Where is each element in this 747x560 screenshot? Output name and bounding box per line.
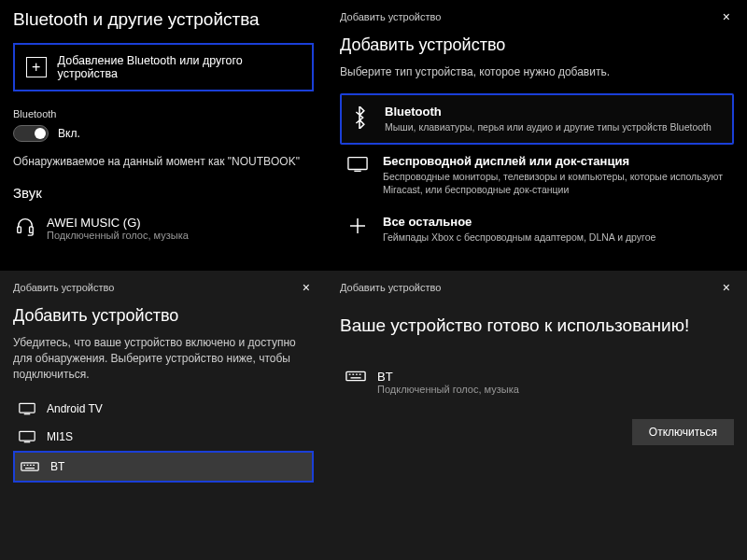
svg-rect-2 — [348, 158, 367, 170]
dialog-heading: Добавить устройство — [340, 35, 734, 55]
option-desc: Беспроводные мониторы, телевизоры и комп… — [383, 170, 728, 196]
svg-rect-8 — [20, 432, 35, 441]
svg-rect-0 — [18, 227, 21, 232]
device-ready-dialog: Добавить устройство × Ваше устройство го… — [327, 271, 747, 560]
device-list-item[interactable]: MI1S — [13, 423, 314, 451]
svg-rect-1 — [30, 227, 34, 232]
add-device-label: Добавление Bluetooth или другого устройс… — [58, 54, 301, 80]
option-desc: Мыши, клавиатуры, перья или аудио и друг… — [385, 120, 712, 133]
display-icon — [19, 402, 35, 415]
dialog-title-bar: Добавить устройство — [340, 282, 441, 293]
device-name: Android TV — [47, 402, 103, 415]
option-name: Беспроводной дисплей или док-станция — [383, 154, 728, 168]
audio-device-row[interactable]: AWEI MUSIC (G) Подключенный голос, музык… — [13, 210, 314, 246]
audio-device-name: AWEI MUSIC (G) — [47, 216, 189, 230]
svg-rect-16 — [346, 371, 365, 380]
bluetooth-icon — [347, 106, 372, 129]
close-icon[interactable]: × — [719, 280, 734, 295]
dialog-title-bar: Добавить устройство — [13, 282, 114, 293]
option-name: Все остальное — [383, 215, 655, 229]
display-icon — [19, 430, 35, 443]
device-list-item-selected[interactable]: BT — [13, 451, 314, 483]
dialog-heading: Добавить устройство — [13, 306, 314, 326]
dialog-subtitle: Выберите тип устройства, которое нужно д… — [340, 64, 734, 80]
bluetooth-label: Bluetooth — [13, 108, 314, 119]
audio-section-header: Звук — [13, 185, 314, 201]
audio-device-desc: Подключенный голос, музыка — [47, 230, 189, 241]
ready-heading: Ваше устройство готово к использованию! — [340, 315, 734, 336]
svg-rect-6 — [20, 404, 35, 413]
option-wireless-display[interactable]: Беспроводной дисплей или док-станция Бес… — [340, 145, 734, 205]
dialog-subtitle: Убедитесь, что ваше устройство включено … — [13, 335, 314, 382]
disconnect-button[interactable]: Отключиться — [632, 419, 734, 445]
discoverable-text: Обнаруживаемое на данный момент как "NOU… — [13, 155, 314, 168]
page-title: Bluetooth и другие устройства — [13, 9, 314, 30]
plus-icon: + — [26, 57, 47, 77]
display-icon — [345, 156, 370, 173]
option-bluetooth[interactable]: Bluetooth Мыши, клавиатуры, перья или ау… — [340, 93, 734, 145]
plus-icon — [345, 217, 370, 235]
device-name: BT — [377, 370, 519, 384]
device-name: MI1S — [47, 430, 73, 443]
bluetooth-toggle[interactable] — [13, 125, 49, 142]
dialog-title-bar: Добавить устройство — [340, 11, 441, 22]
add-device-type-dialog: Добавить устройство × Добавить устройств… — [327, 0, 747, 271]
close-icon[interactable]: × — [719, 9, 734, 24]
option-everything-else[interactable]: Все остальное Геймпады Xbox с беспроводн… — [340, 205, 734, 253]
keyboard-icon — [345, 370, 366, 383]
headset-icon — [15, 216, 35, 236]
option-desc: Геймпады Xbox с беспроводным адаптером, … — [383, 231, 655, 244]
device-desc: Подключенный голос, музыка — [377, 384, 519, 395]
settings-bluetooth-panel: Bluetooth и другие устройства + Добавлен… — [0, 0, 327, 271]
close-icon[interactable]: × — [299, 280, 314, 295]
connected-device-row: BT Подключенный голос, музыка — [340, 364, 734, 400]
toggle-state: Вкл. — [58, 127, 80, 140]
svg-rect-10 — [21, 463, 38, 470]
device-name: BT — [50, 460, 64, 473]
device-list-item[interactable]: Android TV — [13, 395, 314, 423]
add-device-button[interactable]: + Добавление Bluetooth или другого устро… — [13, 43, 314, 91]
option-name: Bluetooth — [385, 105, 712, 119]
keyboard-icon — [21, 461, 39, 472]
discover-devices-dialog: Добавить устройство × Добавить устройств… — [0, 271, 327, 560]
